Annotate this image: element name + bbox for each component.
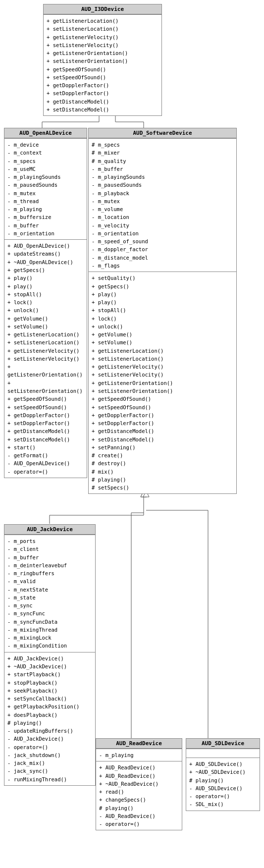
box-AUD_SoftwareDevice-members: # m_specs # m_mixer # m_quality - m_buff… [89,138,236,271]
box-AUD_SoftwareDevice: AUD_SoftwareDevice # m_specs # m_mixer #… [88,128,237,494]
box-AUD_ReadDevice-methods: + AUD_ReadDevice() + AUD_ReadDevice() + … [96,761,182,830]
box-AUD_JackDevice-title: AUD_JackDevice [4,525,95,535]
box-AUD_OpenALDevice-title: AUD_OpenALDevice [4,128,87,138]
box-AUD_ReadDevice-members: - m_playing [96,749,182,761]
box-AUD_SDLDevice: AUD_SDLDevice + AUD_SDLDevice() + ~AUD_S… [186,738,260,811]
box-AUD_I3DDevice-methods: + getListenerLocation() + setListenerLoc… [44,14,161,115]
box-AUD_SDLDevice-methods: + AUD_SDLDevice() + ~AUD_SDLDevice() # p… [186,758,260,811]
box-AUD_SoftwareDevice-methods: + setQuality() + getSpecs() + play() + p… [89,271,236,493]
box-AUD_JackDevice-methods: + AUD_JackDevice() + ~AUD_JackDevice() +… [4,652,95,785]
box-AUD_JackDevice-members: - m_ports - m_client - m_buffer - m_dein… [4,535,95,652]
box-AUD_SDLDevice-members [186,749,260,758]
box-AUD_OpenALDevice-members: - m_device - m_context - m_specs - m_use… [4,138,87,239]
box-AUD_OpenALDevice: AUD_OpenALDevice - m_device - m_context … [4,128,87,478]
box-AUD_JackDevice: AUD_JackDevice - m_ports - m_client - m_… [4,524,96,786]
box-AUD_ReadDevice-title: AUD_ReadDevice [96,739,182,749]
box-AUD_I3DDevice: AUD_I3DDevice + getListenerLocation() + … [43,4,162,116]
box-AUD_OpenALDevice-methods: + AUD_OpenALDevice() + updateStreams() +… [4,239,87,478]
box-AUD_I3DDevice-title: AUD_I3DDevice [44,4,161,14]
box-AUD_SDLDevice-title: AUD_SDLDevice [186,739,260,749]
box-AUD_SoftwareDevice-title: AUD_SoftwareDevice [89,128,236,138]
box-AUD_ReadDevice: AUD_ReadDevice - m_playing + AUD_ReadDev… [96,738,182,830]
